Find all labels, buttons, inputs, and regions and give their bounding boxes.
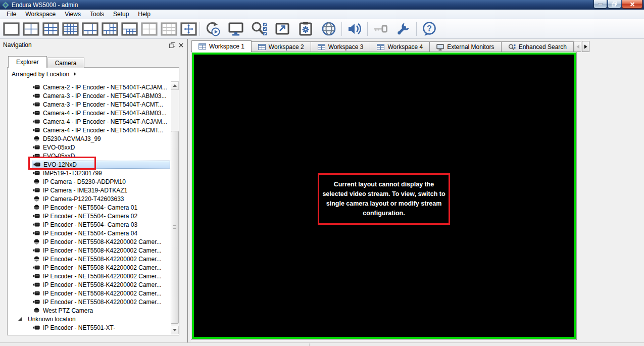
grid-icon: [258, 44, 266, 50]
layout-fullscreen-button[interactable]: [179, 20, 199, 37]
tree-item[interactable]: IP Encoder - NET5504- Camera 04: [8, 229, 170, 237]
tree-item[interactable]: IP Encoder - NET5508-K42200002 Camer...: [8, 272, 170, 280]
monitor-icon: [436, 44, 444, 51]
tab-workspace-4[interactable]: Workspace 4: [370, 41, 430, 52]
tree-item[interactable]: Camera-4 - IP Encoder - NET5404T-ACJAM..…: [8, 117, 170, 126]
tree-item[interactable]: IP Encoder - NET5508-K42200002 Camer...: [8, 289, 170, 298]
network-globe-button[interactable]: [317, 20, 340, 37]
tree-item[interactable]: IP Encoder - NET5504- Camera 01: [8, 203, 170, 212]
scroll-up-button[interactable]: [171, 81, 179, 90]
tree-item[interactable]: IP Encoder - NET5504- Camera 02: [8, 212, 170, 220]
tab-workspace-3[interactable]: Workspace 3: [311, 41, 371, 52]
restore-button[interactable]: [608, 0, 621, 9]
tree-item[interactable]: West PTZ Camera: [8, 306, 170, 315]
scroll-down-button[interactable]: [171, 326, 179, 334]
tree-item[interactable]: IP Encoder - NET5504- Camera 03: [8, 220, 170, 229]
close-button[interactable]: [622, 0, 642, 9]
menu-item-help[interactable]: Help: [133, 10, 155, 19]
float-panel-icon[interactable]: [169, 42, 175, 48]
tree-item-label: Camera-4 - IP Encoder - NET5404T-ABM03..…: [43, 110, 167, 117]
camera-icon: [33, 282, 40, 287]
camera-icon: [33, 162, 40, 167]
tree-item[interactable]: IP Encoder - NET5501-XT-: [8, 323, 170, 332]
tree-item[interactable]: Camera-3 - IP Encoder - NET5404T-ACMT...: [8, 100, 170, 109]
tab-workspace-2[interactable]: Workspace 2: [251, 41, 311, 52]
tree-item[interactable]: EVO-12NxD: [8, 160, 170, 169]
menu-item-file[interactable]: File: [2, 10, 21, 19]
tree-item[interactable]: IP Encoder - NET5508-K42200002 Camer...: [8, 246, 170, 255]
tree-item-label: EVO-05xxD: [43, 153, 75, 160]
layout-2-plus-8-button[interactable]: [100, 20, 120, 37]
panel-splitter[interactable]: [187, 39, 191, 342]
tree-item[interactable]: Camera-3 - IP Encoder - NET5404T-ABM03..…: [8, 91, 170, 100]
tree-item-label: IP Encoder - NET5508-K42200002 Camer...: [43, 247, 162, 254]
tree-item[interactable]: D5230-ACVMAJ3_99: [8, 134, 170, 143]
tree-row-content: Camera-4 - IP Encoder - NET5404T-ACJAM..…: [32, 118, 170, 126]
video-pane[interactable]: Current layout cannot display the select…: [192, 53, 576, 339]
layout-4x4-button[interactable]: [61, 20, 80, 37]
display-monitor-button[interactable]: [224, 20, 247, 37]
tab-external-monitors[interactable]: External Monitors: [429, 41, 501, 52]
close-panel-icon[interactable]: [179, 43, 183, 47]
tree-item[interactable]: EVO-05xxD: [8, 152, 170, 160]
layout-2x2-button[interactable]: [21, 20, 41, 37]
tree-item[interactable]: IP Encoder - NET5508-K42200002 Camer...: [8, 237, 170, 246]
tree-row-content: Camera-4 - IP Encoder - NET5404T-ACMT...: [32, 126, 170, 134]
toolbar-separator: [416, 22, 417, 36]
tree-item[interactable]: IP Encoder - NET5508-K42200002 Camer...: [8, 280, 170, 289]
tree-item-label: IMP519-1-T32301799: [43, 170, 102, 177]
menu-item-workspace[interactable]: Workspace: [21, 10, 60, 19]
popout-window-button[interactable]: [271, 20, 294, 37]
task-settings-button[interactable]: [294, 20, 317, 37]
layout-1-plus-5-button[interactable]: [80, 20, 100, 37]
tree-item[interactable]: Camera-4 - IP Encoder - NET5404T-ACMT...: [8, 126, 170, 134]
nav-tab-camera[interactable]: Camera: [47, 58, 85, 68]
tree-item[interactable]: IP Camera-P1220-T42603633: [8, 194, 170, 203]
tree-item[interactable]: IP Camera - IME319-ADTKAZ1: [8, 186, 170, 194]
tree-row-content: EVO-12NxD: [32, 161, 170, 169]
search-icon: [508, 44, 516, 51]
minimize-button[interactable]: [593, 0, 607, 9]
tree-item[interactable]: IMP519-1-T32301799: [8, 169, 170, 177]
camera-icon: [33, 171, 40, 175]
tree-branch[interactable]: Unknown location: [8, 315, 170, 323]
camera-icon: [33, 274, 40, 278]
tab-scroll-right-button[interactable]: [582, 41, 589, 52]
scrollbar-thumb[interactable]: [171, 131, 179, 324]
expander-icon: [16, 317, 23, 321]
tree-item[interactable]: IP Encoder - NET5508-K42200002 Camer...: [8, 298, 170, 306]
arranged-by-selector[interactable]: Arranged by Location: [8, 68, 179, 81]
tree-item[interactable]: EVO-05xxD: [8, 143, 170, 152]
tree-item[interactable]: Camera-2 - IP Encoder - NET5404T-ACJAM..…: [8, 83, 170, 91]
tree-row-content: Camera-4 - IP Encoder - NET5404T-ABM03..…: [32, 109, 170, 117]
camera-icon: [33, 145, 40, 150]
video-display-area: Current layout cannot display the select…: [191, 52, 577, 340]
instant-replay-button[interactable]: [201, 20, 224, 37]
audio-speaker-button[interactable]: [343, 20, 366, 37]
tree-row-content: West PTZ Camera: [32, 307, 170, 315]
camera-icon: [33, 154, 40, 158]
tree-item[interactable]: IP Camera - D5230-ADDPM10: [8, 177, 170, 186]
tree-item-label: IP Encoder - NET5508-K42200002 Camer...: [43, 273, 162, 280]
tree-item[interactable]: Camera-4 - IP Encoder - NET5404T-ABM03..…: [8, 109, 170, 117]
nav-tab-explorer[interactable]: Explorer: [8, 56, 47, 68]
menu-item-setup[interactable]: Setup: [109, 10, 133, 19]
help-button[interactable]: ?: [418, 20, 441, 37]
camera-icon: [33, 325, 40, 330]
tree-item[interactable]: IP Encoder - NET5508-K42200002 Camer...: [8, 255, 170, 263]
tree-item-label: Camera-4 - IP Encoder - NET5404T-ACMT...: [43, 127, 163, 134]
layout-single-button[interactable]: [2, 20, 21, 37]
menu-item-tools[interactable]: Tools: [85, 10, 109, 19]
tree-item-label: Camera-4 - IP Encoder - NET5404T-ACJAM..…: [43, 118, 167, 125]
layout-1-plus-7-button[interactable]: [120, 20, 139, 37]
tree-scrollbar[interactable]: [171, 81, 179, 334]
wrench-tools-button[interactable]: [392, 20, 415, 37]
tab-workspace-1[interactable]: Workspace 1: [191, 40, 252, 52]
tree-item[interactable]: IP Encoder - NET5508-K42200002 Camer...: [8, 263, 170, 272]
layout-3x3-button[interactable]: [41, 20, 61, 37]
enhanced-search-button[interactable]: [247, 20, 271, 37]
tab-enhanced-search[interactable]: Enhanced Search: [501, 41, 574, 52]
toolbar-separator: [367, 22, 368, 36]
menu-item-views[interactable]: Views: [60, 10, 85, 19]
arranged-by-label: Arranged by Location: [12, 71, 69, 78]
